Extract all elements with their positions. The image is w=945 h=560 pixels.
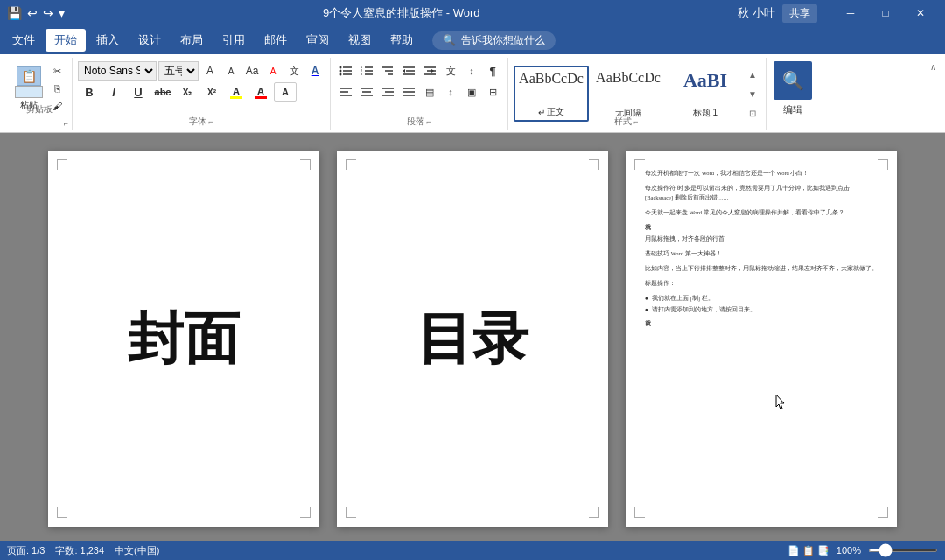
bullet-list-button[interactable]: [336, 61, 355, 80]
content-p1: 每次开机都能打一次 Word，我才相信它还是一个 Word 小白！: [645, 168, 878, 178]
status-bar-left: 页面: 1/3 字数: 1,234 中文(中国): [7, 544, 159, 557]
justify-button[interactable]: [399, 82, 418, 102]
shrink-font-button[interactable]: A: [221, 61, 241, 80]
content-p4: 用鼠标拖拽，对齐各段的行首: [645, 234, 878, 243]
clear-format-button[interactable]: A: [263, 61, 283, 80]
styles-scroll-down[interactable]: ▼: [745, 85, 760, 102]
search-button[interactable]: 🔍: [774, 61, 812, 100]
page-toc: 目录: [337, 150, 608, 527]
font-group-label: 字体 ⌐: [73, 116, 330, 128]
subscript-button[interactable]: X₂: [176, 82, 199, 102]
styles-group: AaBbCcDc ↵正文 AaBbCcDc 无间隔 AaBI 标题 1 ▲ ▼ …: [508, 58, 766, 130]
font-name-select[interactable]: Noto Sans S: [78, 61, 157, 80]
menu-review[interactable]: 审阅: [298, 29, 338, 52]
show-hide-button[interactable]: ¶: [483, 61, 502, 80]
title-bar: 💾 ↩ ↪ ▾ 9个令人窒息的排版操作 - Word 秋 小叶 共享 ─ □ ✕: [0, 0, 945, 26]
svg-point-4: [340, 70, 342, 73]
decrease-indent-button[interactable]: [399, 61, 418, 80]
case-button[interactable]: Aa: [242, 61, 262, 80]
sort-button[interactable]: ↕: [462, 61, 481, 80]
menu-file[interactable]: 文件: [4, 29, 44, 52]
app-container: 💾 ↩ ↪ ▾ 9个令人窒息的排版操作 - Word 秋 小叶 共享 ─ □ ✕…: [0, 0, 945, 560]
underline-button[interactable]: U: [127, 82, 150, 102]
close-button[interactable]: ✕: [903, 0, 938, 26]
font-color-button[interactable]: A: [249, 82, 272, 102]
corner-tr: [300, 159, 311, 170]
share-label[interactable]: 共享: [782, 4, 817, 23]
menu-home[interactable]: 开始: [46, 29, 86, 52]
line-spacing-button[interactable]: ↕: [441, 82, 460, 102]
menu-references[interactable]: 引用: [214, 29, 254, 52]
menu-help[interactable]: 帮助: [382, 29, 422, 52]
undo-icon[interactable]: ↩: [27, 6, 38, 20]
superscript-button[interactable]: X²: [200, 82, 223, 102]
user-name: 秋 小叶: [738, 5, 775, 21]
page3-content: 每次开机都能打一次 Word，我才相信它还是一个 Word 小白！ 每次操作符 …: [626, 150, 897, 347]
minimize-button[interactable]: ─: [833, 0, 868, 26]
page-info[interactable]: 页面: 1/3: [7, 544, 45, 557]
ribbon-collapse-button[interactable]: ∧: [924, 58, 942, 75]
save-icon[interactable]: 💾: [7, 6, 22, 20]
strikethrough-button[interactable]: abc: [151, 82, 174, 102]
page-cover: 封面: [48, 150, 319, 527]
bullet-2: ●请打内需添加到的地方，请按回目来。: [645, 304, 878, 314]
copy-button[interactable]: ⎘: [47, 80, 66, 96]
style-heading1[interactable]: AaBI 标题 1: [668, 66, 743, 122]
style-no-space[interactable]: AaBbCcDc 无间隔: [591, 66, 666, 122]
menu-view[interactable]: 视图: [340, 29, 380, 52]
content-p3: 今天就一起来盘 Word 常见的令人窒息的病理操作并解，看看你中了几条？: [645, 207, 878, 217]
font-expand-icon[interactable]: ⌐: [208, 117, 213, 126]
para-row2: ▤ ↕ ▣ ⊞: [336, 82, 502, 102]
zoom-level[interactable]: 100%: [836, 545, 861, 556]
styles-expand-icon[interactable]: ⌐: [634, 117, 638, 126]
align-center-button[interactable]: [357, 82, 376, 102]
text-effect-button[interactable]: A: [305, 61, 325, 80]
font-group: Noto Sans S 五号 A A Aa A 文 A B I U abc X₂…: [73, 58, 331, 130]
menu-insert[interactable]: 插入: [88, 29, 128, 52]
bold-button[interactable]: B: [78, 82, 101, 102]
language[interactable]: 中文(中国): [115, 544, 159, 557]
font-size-select[interactable]: 五号: [158, 61, 199, 80]
para-group-label: 段落 ⌐: [331, 116, 508, 128]
align-right-button[interactable]: [378, 82, 397, 102]
corner-tl-3: [634, 159, 645, 170]
styles-expand[interactable]: ⊡: [745, 104, 760, 122]
menu-layout[interactable]: 布局: [172, 29, 212, 52]
title-bar-left: 💾 ↩ ↪ ▾: [7, 6, 65, 20]
multilevel-list-button[interactable]: [378, 61, 397, 80]
para-expand-icon[interactable]: ⌐: [426, 117, 430, 126]
menu-design[interactable]: 设计: [130, 29, 170, 52]
word-count[interactable]: 字数: 1,234: [55, 544, 104, 557]
style-normal[interactable]: AaBbCcDc ↵正文: [514, 66, 589, 122]
view-icons[interactable]: 📄 📋 📑: [788, 545, 830, 556]
grow-font-button[interactable]: A: [200, 61, 220, 80]
zoom-slider[interactable]: [868, 549, 938, 552]
shading-button[interactable]: ▣: [462, 82, 481, 102]
para-row1: 123 文 ↕ ¶: [336, 61, 502, 80]
chinese-layout-para-button[interactable]: 文: [441, 61, 460, 80]
restore-button[interactable]: □: [868, 0, 903, 26]
tell-me-label: 告诉我你想做什么: [461, 33, 545, 48]
increase-indent-button[interactable]: [420, 61, 439, 80]
font-row1: Noto Sans S 五号 A A Aa A 文 A: [78, 61, 325, 80]
styles-scroll-up[interactable]: ▲: [745, 66, 760, 83]
redo-icon[interactable]: ↪: [43, 6, 53, 20]
align-left-button[interactable]: [336, 82, 355, 102]
window-controls: ─ □ ✕: [833, 0, 938, 26]
content-p2: 每次操作符 时 多是可以留出来的，竟然需要用了几十分钟，比如我遇到点击 [Bac…: [645, 183, 878, 202]
clipboard-expand[interactable]: ⌐: [64, 119, 68, 128]
column-layout-button[interactable]: ▤: [420, 82, 439, 102]
corner-tr-3: [878, 159, 888, 170]
menu-mailings[interactable]: 邮件: [256, 29, 296, 52]
borders-button[interactable]: ⊞: [483, 82, 502, 102]
chinese-layout-button[interactable]: 文: [284, 61, 304, 80]
tell-me-input[interactable]: 🔍 告诉我你想做什么: [432, 32, 556, 50]
highlight-button[interactable]: A: [225, 82, 248, 102]
editing-group: 🔍 编辑: [766, 58, 819, 130]
text-border-button[interactable]: A: [274, 82, 297, 102]
cut-button[interactable]: ✂: [47, 63, 66, 79]
customize-icon[interactable]: ▾: [59, 6, 65, 20]
italic-button[interactable]: I: [102, 82, 125, 102]
editing-label: 编辑: [783, 103, 802, 116]
numbered-list-button[interactable]: 123: [357, 61, 376, 80]
